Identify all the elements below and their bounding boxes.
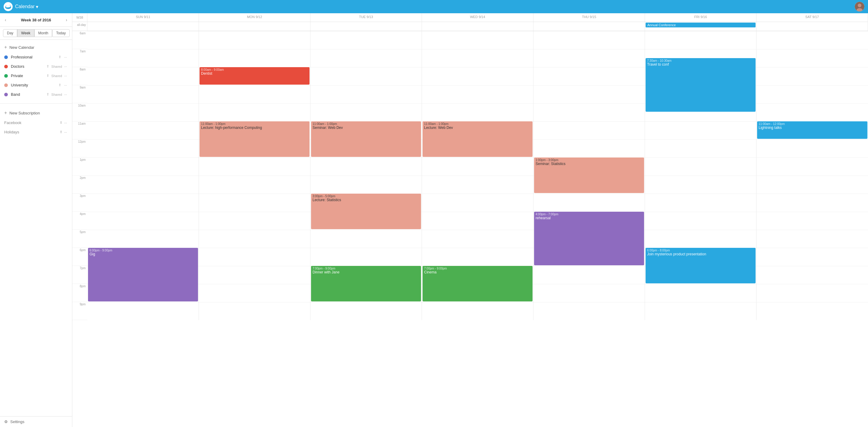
time-slot-3pm: 3pm bbox=[72, 194, 87, 212]
today-button[interactable]: Today bbox=[52, 29, 70, 37]
university-actions: ⇧ ··· bbox=[58, 83, 68, 88]
day-col-thu: 1:00pm - 3:00pmSeminar: Statistics4:00pm… bbox=[533, 31, 645, 320]
event-9[interactable]: 6:00pm - 9:00pmGig bbox=[88, 248, 198, 301]
band-more-icon[interactable]: ··· bbox=[63, 92, 68, 97]
sidebar-item-holidays[interactable]: Holidays ⇧ ··· bbox=[0, 127, 72, 137]
time-slot-8pm: 8pm bbox=[72, 284, 87, 302]
day-header-fri: Fri 9/16 bbox=[645, 13, 756, 22]
subscription-plus-icon: + bbox=[4, 110, 7, 116]
subscriptions-section: + New Subscription Facebook ⇧ ··· Holida… bbox=[0, 105, 72, 139]
all-day-wed bbox=[422, 22, 533, 31]
event-5[interactable]: 1:00pm - 3:00pmSeminar: Statistics bbox=[534, 158, 644, 193]
day-col-tue: 11:00am - 1:00pmSeminar: Web Dev3:00pm -… bbox=[310, 31, 422, 320]
event-12[interactable]: 7:00pm - 9:00pmCinema bbox=[423, 266, 532, 301]
svg-point-4 bbox=[6, 5, 8, 7]
university-more-icon[interactable]: ··· bbox=[63, 83, 68, 88]
professional-share-icon[interactable]: ⇧ bbox=[58, 55, 62, 60]
all-day-tue bbox=[310, 22, 422, 31]
new-subscription-button[interactable]: + New Subscription bbox=[0, 108, 72, 118]
doctors-actions: ⇧ Shared ··· bbox=[45, 64, 68, 69]
sidebar-item-private[interactable]: Private ⇧ Shared ··· bbox=[0, 71, 72, 80]
time-column: 6am7am8am9am10am11am12pm1pm2pm3pm4pm5pm6… bbox=[72, 31, 87, 427]
sidebar-item-band[interactable]: Band ⇧ Shared ··· bbox=[0, 90, 72, 99]
time-slot-7pm: 7pm bbox=[72, 266, 87, 284]
time-slot-12pm: 12pm bbox=[72, 139, 87, 158]
calendars-section: + New Calendar Professional ⇧ ··· Doctor… bbox=[0, 40, 72, 101]
event-6[interactable]: 11:00am - 12:00pmLightning talks bbox=[757, 121, 867, 139]
sidebar-divider bbox=[0, 103, 72, 104]
all-day-sat bbox=[756, 22, 868, 31]
private-actions: ⇧ Shared ··· bbox=[45, 73, 68, 78]
day-header-tue: Tue 9/13 bbox=[310, 13, 422, 22]
doctors-label: Doctors bbox=[11, 64, 45, 69]
main-calendar: W38 Sun 9/11 Mon 9/12 Tue 9/13 Wed 9/14 … bbox=[72, 13, 868, 427]
band-shared-label: Shared bbox=[51, 93, 62, 96]
sidebar-item-doctors[interactable]: Doctors ⇧ Shared ··· bbox=[0, 62, 72, 71]
event-0[interactable]: 8:00am - 9:00amDentist bbox=[199, 67, 310, 85]
holidays-label: Holidays bbox=[4, 130, 59, 134]
facebook-share-icon[interactable]: ⇧ bbox=[59, 120, 63, 125]
band-label: Band bbox=[11, 92, 45, 97]
day-col-sat: 11:00am - 12:00pmLightning talks bbox=[756, 31, 868, 320]
event-7[interactable]: 3:00pm - 5:00pmLecture: Statistics bbox=[311, 194, 421, 229]
facebook-more-icon[interactable]: ··· bbox=[63, 121, 68, 125]
day-header-thu: Thu 9/15 bbox=[533, 13, 645, 22]
day-header-sun: Sun 9/11 bbox=[87, 13, 199, 22]
professional-label: Professional bbox=[11, 55, 58, 59]
event-1[interactable]: 7:30am - 10:30amTravel to conf bbox=[646, 58, 755, 112]
settings-button[interactable]: ⚙ Settings bbox=[0, 416, 72, 427]
day-col-sun: 6:00pm - 9:00pmGig bbox=[87, 31, 199, 320]
day-col-wed: 11:00am - 1:00pmLecture: Web Dev7:00pm -… bbox=[422, 31, 533, 320]
sidebar-item-professional[interactable]: Professional ⇧ ··· bbox=[0, 53, 72, 62]
doctors-share-icon[interactable]: ⇧ bbox=[45, 64, 50, 69]
next-week-button[interactable]: › bbox=[64, 17, 69, 23]
university-dot bbox=[4, 84, 8, 87]
week-view-button[interactable]: Week bbox=[17, 29, 34, 37]
plus-icon: + bbox=[4, 44, 7, 50]
sidebar-item-university[interactable]: University ⇧ ··· bbox=[0, 80, 72, 90]
professional-dot bbox=[4, 56, 8, 59]
all-day-label: all-day bbox=[72, 22, 87, 31]
app-title[interactable]: Calendar ▾ bbox=[15, 4, 38, 10]
week-nav: ‹ Week 38 of 2016 › bbox=[0, 13, 72, 27]
holidays-share-icon[interactable]: ⇧ bbox=[59, 130, 63, 135]
professional-actions: ⇧ ··· bbox=[58, 55, 68, 60]
band-share-icon[interactable]: ⇧ bbox=[45, 92, 50, 97]
private-more-icon[interactable]: ··· bbox=[63, 73, 68, 78]
professional-more-icon[interactable]: ··· bbox=[63, 55, 68, 60]
holidays-more-icon[interactable]: ··· bbox=[63, 130, 68, 135]
sidebar-item-facebook[interactable]: Facebook ⇧ ··· bbox=[0, 118, 72, 127]
time-slot-5pm: 5pm bbox=[72, 230, 87, 248]
avatar[interactable] bbox=[855, 2, 864, 11]
time-slot-8am: 8am bbox=[72, 67, 87, 85]
all-day-fri: Annual Conference bbox=[645, 22, 756, 31]
svg-point-7 bbox=[858, 4, 861, 7]
new-calendar-button[interactable]: + New Calendar bbox=[0, 42, 72, 53]
doctors-more-icon[interactable]: ··· bbox=[63, 64, 68, 69]
dropdown-icon: ▾ bbox=[36, 4, 38, 10]
event-8[interactable]: 4:00pm - 7:00pmrehearsal bbox=[534, 212, 644, 265]
svg-point-5 bbox=[8, 5, 10, 7]
doctors-dot bbox=[4, 65, 8, 68]
day-header-sat: Sat 9/17 bbox=[756, 13, 868, 22]
day-view-button[interactable]: Day bbox=[3, 29, 17, 37]
day-col-mon: 8:00am - 9:00amDentist11:00am - 1:00pmLe… bbox=[199, 31, 310, 320]
month-view-button[interactable]: Month bbox=[34, 29, 52, 37]
university-share-icon[interactable]: ⇧ bbox=[58, 83, 62, 88]
prev-week-button[interactable]: ‹ bbox=[3, 17, 8, 23]
event-10[interactable]: 6:00pm - 8:00pmJoin mysterious product p… bbox=[646, 248, 755, 283]
event-2[interactable]: 11:00am - 1:00pmLecture: high-performanc… bbox=[199, 121, 310, 157]
event-4[interactable]: 11:00am - 1:00pmLecture: Web Dev bbox=[423, 121, 532, 157]
private-share-icon[interactable]: ⇧ bbox=[45, 73, 50, 78]
time-slot-9pm: 9pm bbox=[72, 302, 87, 320]
event-11[interactable]: 7:00pm - 9:00pmDinner with Jane bbox=[311, 266, 421, 301]
settings-label: Settings bbox=[10, 420, 24, 424]
time-slot-4pm: 4pm bbox=[72, 212, 87, 230]
event-3[interactable]: 11:00am - 1:00pmSeminar: Web Dev bbox=[311, 121, 421, 157]
time-slot-2pm: 2pm bbox=[72, 175, 87, 194]
view-switcher: Day Week Month Today bbox=[0, 27, 72, 40]
private-label: Private bbox=[11, 73, 45, 78]
annual-conference-event[interactable]: Annual Conference bbox=[646, 23, 755, 27]
day-header-mon: Mon 9/12 bbox=[199, 13, 310, 22]
band-actions: ⇧ Shared ··· bbox=[45, 92, 68, 97]
